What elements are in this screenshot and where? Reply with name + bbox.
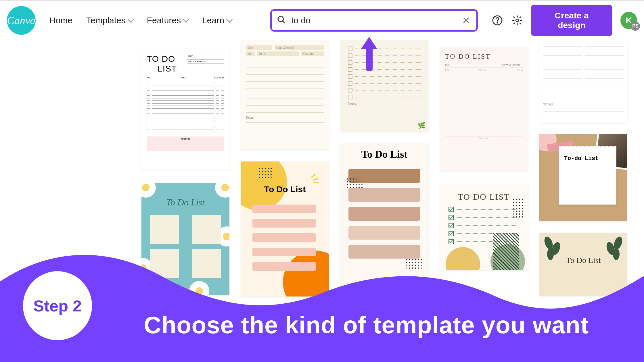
avatar-badge: PS [631, 22, 640, 31]
col-no: NO. [445, 69, 454, 72]
svg-point-7 [547, 248, 554, 260]
tutorial-headline: Choose the kind of template you want [144, 311, 627, 339]
nav-learn[interactable]: Learn [202, 16, 232, 25]
card-title: To Do List [340, 148, 428, 160]
search-bar[interactable]: ✕ [270, 9, 478, 32]
card-title: To Do List [141, 197, 229, 208]
flower-icon: 🌿 [418, 122, 425, 129]
svg-line-1 [283, 21, 285, 23]
svg-point-3 [497, 22, 498, 23]
notes-label: Notes: [348, 102, 421, 105]
nav-templates[interactable]: Templates [86, 16, 133, 25]
nav-features[interactable]: Features [147, 16, 188, 25]
card-title: To-do List [559, 147, 616, 162]
nav-home-label: Home [49, 16, 72, 25]
card-title-2: LIST [158, 64, 177, 74]
template-card[interactable]: To Do List [241, 161, 329, 296]
template-card[interactable]: To Do List [340, 143, 428, 295]
nav-home[interactable]: Home [49, 16, 72, 25]
nav-features-label: Features [147, 16, 181, 25]
day-label: DAY [187, 54, 224, 58]
template-card[interactable]: To Do List [141, 183, 229, 295]
notes-area: NOTES [147, 136, 224, 151]
svg-point-4 [516, 19, 519, 22]
settings-gear-icon[interactable] [511, 14, 523, 26]
svg-point-10 [613, 248, 620, 260]
clear-search-icon[interactable]: ✕ [461, 15, 471, 26]
tutorial-arrow-icon [361, 37, 378, 72]
col-no: NO. [147, 76, 150, 79]
template-card[interactable]: TO DO LIST DAY DATE & MONTH NO. TO DO YE… [141, 49, 229, 170]
logo-text: Canva [7, 14, 35, 27]
col-todo: TO DO [454, 69, 511, 72]
canva-logo[interactable]: Canva [7, 6, 36, 35]
help-icon[interactable] [492, 14, 503, 26]
card-title: TO DO LIST [445, 53, 523, 60]
template-card[interactable]: To-do List [539, 134, 627, 221]
template-card[interactable]: To Do List [539, 233, 627, 296]
search-icon [277, 15, 286, 26]
top-navigation: Canva Home Templates Features Learn ✕ [0, 0, 644, 40]
col-yn: Yes / No [301, 51, 324, 56]
nav-templates-label: Templates [86, 16, 126, 25]
template-card[interactable]: Notes: 🌿 [340, 40, 428, 132]
header-actions: Create a design K PS [492, 5, 637, 36]
create-design-button[interactable]: Create a design [531, 5, 612, 36]
chevron-down-icon [226, 16, 233, 23]
chevron-down-icon [127, 16, 134, 23]
avatar-initial: K [626, 16, 632, 25]
step-label: Step 2 [33, 296, 82, 315]
date-label: DATE & MONTH [187, 59, 224, 64]
day-label: DAY : [445, 64, 484, 67]
col-todo: TO DO [152, 76, 212, 79]
col-todo: To Do [257, 51, 299, 56]
nav-learn-label: Learn [202, 16, 224, 25]
search-input[interactable] [291, 16, 456, 25]
leaf-icon [542, 236, 562, 261]
col-yn: YES / NO [214, 76, 224, 79]
template-card[interactable]: TO DO LIST [440, 184, 528, 270]
template-card[interactable]: Day Date & Month No. To Do Yes / No Note… [241, 40, 329, 149]
notes-area: NOTES [445, 136, 523, 145]
day-label: Day [246, 45, 272, 50]
date-label: DATE & MONTH : [484, 64, 523, 67]
chevron-down-icon [183, 16, 189, 23]
main-nav: Home Templates Features Learn [49, 16, 232, 25]
dots-decoration [512, 198, 524, 218]
notes-label: NOTES : [543, 103, 624, 106]
col-no: No. [246, 51, 255, 56]
notes-label: Notes: [246, 116, 324, 119]
step-badge: Step 2 [23, 271, 92, 340]
create-design-label: Create a design [555, 11, 589, 30]
template-card[interactable]: TO DO LIST DAY : DATE & MONTH : NO. TO D… [440, 47, 528, 171]
date-label: Date & Month [275, 45, 324, 50]
card-title: To Do List [241, 184, 329, 194]
card-title-1: TO DO [147, 54, 177, 64]
leaf-icon [604, 236, 624, 261]
user-avatar[interactable]: K PS [620, 12, 637, 29]
col-yn: Y / N [511, 69, 523, 72]
template-card[interactable]: NOTES : [539, 40, 627, 123]
